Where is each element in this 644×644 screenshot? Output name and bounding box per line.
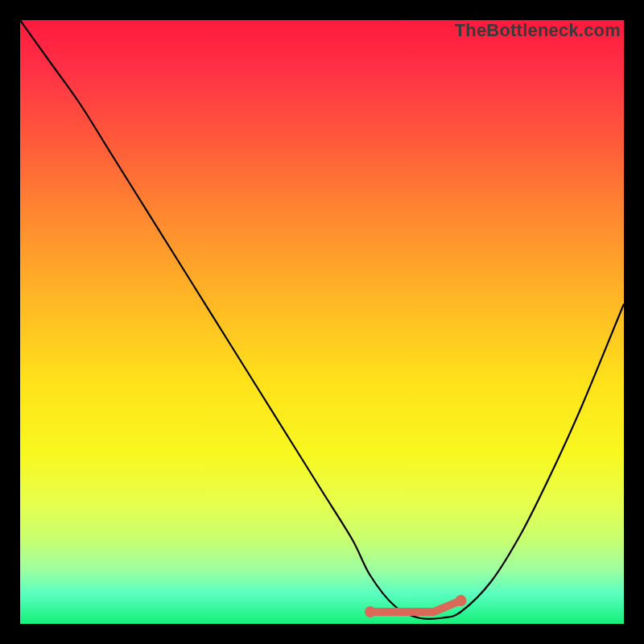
- chart-svg: [20, 20, 624, 624]
- optimal-end-dot: [456, 595, 467, 606]
- bottleneck-curve: [20, 20, 624, 619]
- chart-plot-area: TheBottleneck.com: [20, 20, 624, 624]
- optimal-range-marker: [370, 601, 461, 612]
- optimal-start-dot: [365, 606, 376, 617]
- chart-stage: TheBottleneck.com: [0, 0, 644, 644]
